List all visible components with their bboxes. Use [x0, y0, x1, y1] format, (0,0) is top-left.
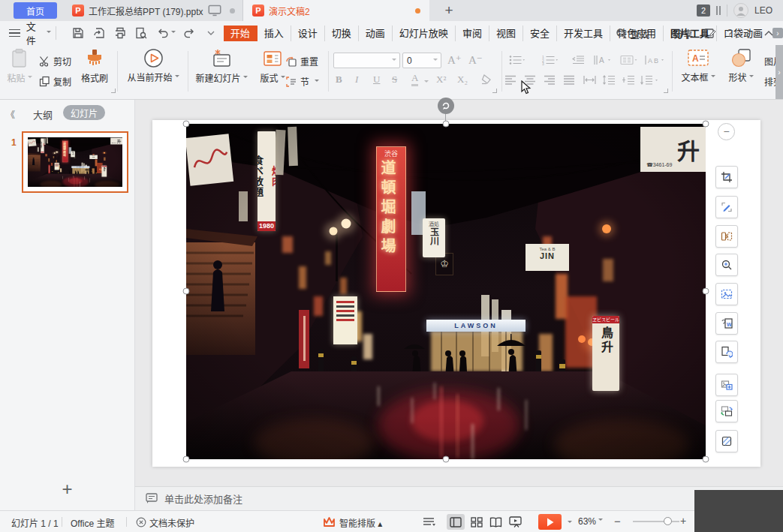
extract-text-button[interactable]: W — [715, 312, 738, 335]
split-view-icon[interactable] — [716, 6, 721, 15]
play-options-chevron[interactable] — [568, 521, 572, 525]
ribbon-tab-view[interactable]: 视图 — [489, 26, 523, 41]
resize-handle-bottom-right[interactable] — [703, 456, 709, 463]
underline-button[interactable]: U — [373, 74, 380, 86]
reading-view-button[interactable] — [486, 514, 504, 530]
notes-toggle-button[interactable] — [423, 516, 438, 527]
user-avatar[interactable] — [733, 3, 748, 18]
bold-button[interactable]: B — [336, 74, 342, 86]
slide-thumbnail[interactable]: 焼肉食べ放題 1980 ♔ 渋谷 道頓堀劇場 酒処 玉川 Tea & B JIN — [22, 131, 128, 193]
ribbon-tab-security[interactable]: 安全 — [523, 26, 557, 41]
font-group-expander[interactable] — [492, 89, 497, 93]
add-slide-button[interactable]: + — [0, 479, 134, 500]
zoom-in-button[interactable]: + — [680, 515, 686, 527]
section-button[interactable]: 节 — [285, 75, 319, 88]
edit-window-icon[interactable] — [703, 27, 716, 40]
ribbon-tab-design[interactable]: 设计 — [291, 26, 325, 41]
theme-name[interactable]: Office 主题 — [71, 516, 114, 529]
ribbon-tab-home[interactable]: 开始 — [224, 26, 257, 41]
customize-quickbar-chevron[interactable] — [204, 26, 218, 40]
copy-button[interactable]: 复制 — [39, 75, 71, 88]
ribbon-tab-transition[interactable]: 切换 — [325, 26, 359, 41]
slide-picture[interactable]: 焼肉食べ放題 1980 ♔ 渋谷 道頓堀劇場 酒処 玉川 Tea & B JIN — [186, 124, 706, 459]
align-right-icon[interactable] — [544, 75, 556, 85]
subscript-button[interactable]: X₂ — [457, 74, 468, 86]
paste-button[interactable]: 粘贴 — [5, 48, 35, 84]
text-direction-icon[interactable]: A — [593, 55, 613, 65]
zoom-out-button[interactable]: − — [614, 515, 621, 527]
format-painter-button[interactable]: 格式刷 — [77, 48, 113, 84]
main-menu-icon[interactable] — [9, 29, 20, 38]
file-menu[interactable]: 文件 — [26, 19, 44, 47]
more-menu-button[interactable]: ⋮ — [743, 28, 753, 39]
normal-view-button[interactable] — [447, 514, 465, 530]
line-spacing-icon[interactable] — [602, 75, 616, 85]
protection-status[interactable]: 文档未保护 — [149, 516, 194, 529]
grow-font-button[interactable]: A⁺ — [447, 53, 462, 67]
help-button[interactable]: ? — [727, 27, 733, 39]
cut-button[interactable]: 剪切 — [39, 55, 71, 68]
slide-page[interactable]: 焼肉食べ放題 1980 ♔ 渋谷 道頓堀劇場 酒処 玉川 Tea & B JIN — [152, 120, 760, 467]
tab-slides[interactable]: 幻灯片 — [63, 105, 105, 120]
resize-handle-top-right[interactable] — [703, 121, 709, 128]
tab-outline[interactable]: 大纲 — [33, 107, 53, 122]
document-tab-inactive[interactable]: P 工作汇报总结PPT (179).pptx — [65, 0, 243, 21]
reset-button[interactable]: 重置 — [285, 55, 318, 68]
zoom-in-button[interactable] — [715, 254, 738, 276]
zoom-level[interactable]: 63% — [578, 516, 603, 527]
justify-icon[interactable] — [563, 75, 575, 85]
font-name-combo[interactable] — [333, 53, 400, 68]
redo-icon[interactable] — [183, 26, 197, 40]
text-align-options-icon[interactable]: AB — [644, 55, 665, 65]
zoom-slider[interactable] — [633, 521, 679, 522]
resize-handle-top-center[interactable] — [443, 121, 450, 128]
italic-button[interactable]: I — [355, 74, 358, 86]
notification-badge[interactable]: 2 — [697, 5, 710, 17]
ribbon-tab-slideshow[interactable]: 幻灯片放映 — [393, 26, 456, 41]
toolbar-overflow-strip[interactable]: › — [775, 45, 783, 99]
font-color-button[interactable]: A — [411, 72, 418, 86]
smart-edit-button[interactable] — [715, 196, 738, 218]
zoom-slider-thumb[interactable] — [664, 517, 672, 525]
resize-handle-mid-right[interactable] — [703, 288, 709, 295]
share-button[interactable]: 分享 — [673, 26, 693, 41]
document-tab-active[interactable]: P 演示文稿2 — [243, 0, 429, 21]
print-icon[interactable] — [113, 26, 127, 40]
resize-handle-top-left[interactable] — [183, 121, 190, 128]
shapes-button[interactable]: 形状 — [723, 48, 759, 83]
set-background-button[interactable] — [715, 283, 738, 305]
superscript-button[interactable]: X² — [436, 74, 446, 86]
clear-format-icon[interactable] — [480, 74, 492, 86]
paragraph-group-expander[interactable] — [664, 89, 668, 93]
notes-bar[interactable]: 单击此处添加备注 — [135, 486, 783, 510]
replace-picture-button[interactable] — [715, 400, 738, 422]
save-icon[interactable] — [71, 26, 85, 40]
resize-handle-mid-left[interactable] — [183, 288, 190, 295]
find-button[interactable]: 查找 — [616, 26, 649, 41]
add-picture-button[interactable] — [715, 374, 738, 396]
align-left-icon[interactable] — [504, 75, 516, 85]
ribbon-tab-review[interactable]: 审阅 — [456, 26, 489, 41]
strikethrough-button[interactable]: S — [392, 74, 397, 86]
undo-group[interactable] — [155, 26, 176, 40]
collapse-ribbon-icon[interactable] — [763, 29, 774, 37]
add-space-icon[interactable] — [622, 75, 635, 85]
numbered-list-icon[interactable]: 123 — [542, 55, 559, 65]
distribute-icon[interactable] — [583, 75, 597, 85]
ribbon-tab-insert[interactable]: 插入 — [257, 26, 291, 41]
transparency-button[interactable] — [715, 430, 738, 452]
paragraph-spacing-icon[interactable] — [640, 75, 659, 85]
crop-button[interactable] — [715, 166, 738, 188]
collapse-panel-icon[interactable]: 《 — [6, 108, 14, 121]
ribbon-tab-animation[interactable]: 动画 — [359, 26, 393, 41]
columns-icon[interactable] — [620, 55, 638, 65]
export-icon[interactable] — [92, 26, 106, 40]
resize-handle-bottom-center[interactable] — [443, 456, 450, 463]
rotation-handle[interactable] — [438, 98, 454, 114]
group-expander[interactable] — [111, 89, 116, 93]
collapse-toolbar-button[interactable]: − — [718, 123, 735, 140]
ribbon-tab-devtools[interactable]: 开发工具 — [557, 26, 610, 41]
split-layout-button[interactable] — [715, 225, 738, 248]
font-size-combo[interactable]: 0 — [402, 53, 441, 68]
convert-picture-button[interactable] — [715, 341, 738, 363]
